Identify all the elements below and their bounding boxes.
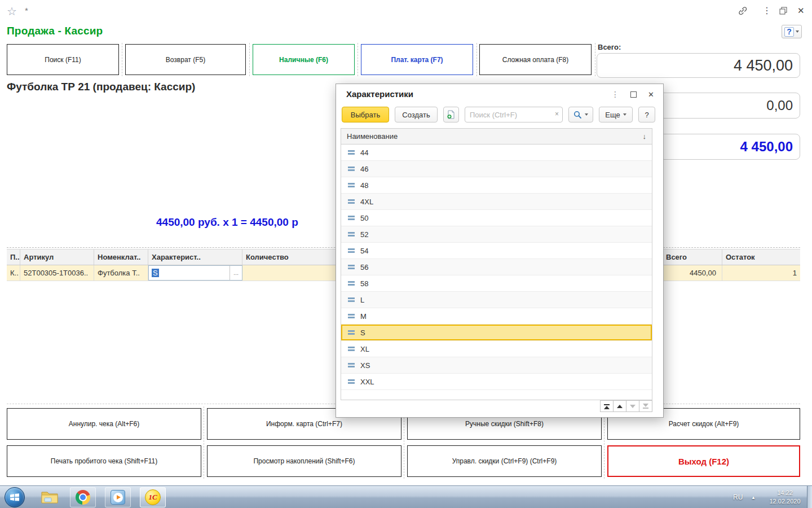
separator <box>595 43 595 76</box>
start-button[interactable] <box>5 487 25 507</box>
col-header-stock[interactable]: Остаток <box>722 249 800 265</box>
list-item[interactable]: L <box>341 292 652 308</box>
chrome-icon <box>76 490 90 505</box>
more-label: Еще <box>605 111 620 119</box>
selected-text: S <box>152 269 159 277</box>
list-item[interactable]: XXL <box>341 374 652 390</box>
search-icon <box>573 111 582 119</box>
item-marker-icon <box>348 265 355 269</box>
cell-stock: 1 <box>722 265 800 281</box>
separator <box>204 406 204 479</box>
print-receipt-button[interactable]: Печать пробитого чека (Shift+F11) <box>7 445 201 477</box>
restore-window-icon[interactable] <box>779 7 787 15</box>
chevron-down-icon <box>796 30 799 33</box>
col-header-article[interactable]: Артикул <box>20 249 94 265</box>
cash-f6-button[interactable]: Наличные (F6) <box>253 44 355 75</box>
item-marker-icon <box>348 248 355 253</box>
price-calculation-line: 4450,00 руб. x 1 = 4450,00 р <box>156 216 298 229</box>
characteristics-dialog: Характеристики ⋮ ✕ Выбрать Создать × <box>336 84 664 418</box>
create-button[interactable]: Создать <box>395 107 438 122</box>
close-window-icon[interactable]: ✕ <box>797 6 805 16</box>
item-marker-icon <box>348 281 355 286</box>
return-f5-button[interactable]: Возврат (F5) <box>125 44 246 75</box>
item-marker-icon <box>348 297 355 302</box>
list-column-header[interactable]: Наименование ↓ <box>341 128 652 144</box>
modified-marker: * <box>25 6 28 15</box>
media-player-icon <box>111 490 125 505</box>
list-item[interactable]: M <box>341 308 652 325</box>
search-f11-button[interactable]: Поиск (F11) <box>7 44 119 75</box>
total-field: 4 450,00 <box>597 53 800 78</box>
cell-article: 52Т00305-1Т0036.. <box>20 265 94 281</box>
1c-taskbar-button[interactable]: 1С <box>140 487 166 507</box>
show-hidden-icons-arrow[interactable]: ▲ <box>751 495 756 500</box>
separator <box>476 43 477 76</box>
list-item[interactable]: 50 <box>341 210 652 226</box>
list-item[interactable]: 48 <box>341 177 652 194</box>
go-next-button[interactable] <box>626 400 639 412</box>
list-item[interactable]: 44 <box>341 144 652 161</box>
go-previous-button[interactable] <box>613 400 626 412</box>
item-marker-icon <box>348 199 355 204</box>
media-player-taskbar-button[interactable] <box>105 487 131 507</box>
list-item[interactable]: 46 <box>341 161 652 177</box>
dialog-help-button[interactable]: ? <box>638 107 655 122</box>
more-button[interactable]: Еще <box>599 107 633 122</box>
item-marker-icon <box>348 150 355 155</box>
item-marker-icon <box>348 330 355 335</box>
item-marker-icon <box>348 232 355 237</box>
dialog-title: Характеристики <box>346 89 413 99</box>
list-item[interactable]: 52 <box>341 226 652 243</box>
clock[interactable]: 14:22 12.02.2020 <box>762 489 807 506</box>
dialog-close-icon[interactable]: ✕ <box>648 90 654 99</box>
item-heading: Футболка ТР 21 (продавец: Кассир) <box>7 81 195 93</box>
search-mode-button[interactable] <box>568 107 593 122</box>
col-header-pos[interactable]: П.. <box>7 249 20 265</box>
link-icon[interactable] <box>738 6 748 16</box>
list-header-label: Наименование <box>347 132 398 141</box>
void-receipt-button[interactable]: Аннулир. чека (Alt+F6) <box>7 408 201 440</box>
list-item[interactable]: 54 <box>341 243 652 259</box>
go-first-button[interactable] <box>600 400 614 412</box>
characteristic-input[interactable]: S <box>149 266 230 280</box>
go-last-button[interactable] <box>639 400 652 412</box>
cell-pos: К.. <box>7 265 20 281</box>
document-plus-icon <box>447 110 456 119</box>
list-item-selected[interactable]: S <box>341 325 652 341</box>
characteristics-list: 44 46 48 4XL 50 52 54 56 58 L M S XL XS … <box>341 144 652 400</box>
choose-value-button[interactable]: ... <box>230 266 242 280</box>
item-marker-icon <box>348 167 355 171</box>
maximize-icon[interactable] <box>630 91 637 98</box>
managed-discounts-button[interactable]: Управл. скидки (Ctrl+F9) (Ctrl+F9) <box>407 445 602 477</box>
favorites-star-icon[interactable]: ☆ <box>7 5 17 18</box>
cell-nomenclature: Футболка Т.. <box>94 265 148 281</box>
window-menu-icon[interactable]: ⋮ <box>762 6 771 16</box>
search-input[interactable] <box>465 107 563 122</box>
card-f7-button[interactable]: Плат. карта (F7) <box>361 44 473 75</box>
exit-f12-button[interactable]: Выход (F12) <box>607 445 800 477</box>
view-savings-button[interactable]: Просмотр накоплений (Shift+F6) <box>207 445 401 477</box>
chevron-down-icon <box>585 113 588 116</box>
clock-time: 14:22 <box>762 489 807 497</box>
list-item[interactable]: 58 <box>341 275 652 292</box>
list-item[interactable]: 4XL <box>341 194 652 210</box>
col-header-nomenclature[interactable]: Номенклат.. <box>94 249 148 265</box>
show-desktop-button[interactable] <box>807 486 812 508</box>
explorer-taskbar-icon[interactable] <box>41 489 59 505</box>
help-menu-button[interactable]: ? <box>782 25 802 38</box>
dialog-menu-icon[interactable]: ⋮ <box>611 89 619 99</box>
col-header-total[interactable]: Всего <box>663 249 722 265</box>
complex-payment-f8-button[interactable]: Сложная оплата (F8) <box>479 44 592 75</box>
chrome-taskbar-button[interactable] <box>70 487 96 507</box>
list-item[interactable]: XL <box>341 341 652 357</box>
separator <box>122 43 122 76</box>
language-indicator[interactable]: RU <box>733 486 743 508</box>
create-new-group-button[interactable] <box>443 107 459 122</box>
characteristic-edit-cell[interactable]: S ... <box>148 265 242 281</box>
col-header-characteristic[interactable]: Характерист.. <box>148 249 242 265</box>
list-item[interactable]: XS <box>341 357 652 374</box>
clear-search-icon[interactable]: × <box>555 110 559 118</box>
help-icon: ? <box>784 27 794 37</box>
select-button[interactable]: Выбрать <box>342 107 389 122</box>
list-item[interactable]: 56 <box>341 259 652 275</box>
